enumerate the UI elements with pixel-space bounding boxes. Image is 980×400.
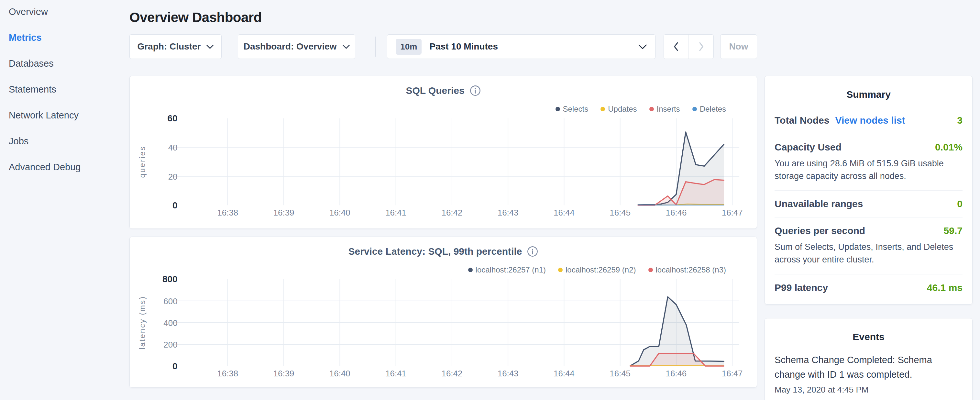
events-title: Events xyxy=(775,331,963,343)
legend-dot xyxy=(558,268,563,272)
legend-label: localhost:26258 (n3) xyxy=(656,265,726,274)
now-button[interactable]: Now xyxy=(720,34,757,59)
summary-value: 0 xyxy=(957,198,963,209)
grid xyxy=(170,118,740,205)
chevron-down-icon xyxy=(638,44,647,49)
summary-rows: Total NodesView nodes list3Capacity Used… xyxy=(775,107,963,301)
legend-item-localhost-26258-n3-: localhost:26258 (n3) xyxy=(648,265,726,274)
time-range-picker[interactable]: 10m Past 10 Minutes xyxy=(387,34,655,59)
summary-value: 0.01% xyxy=(935,142,963,153)
info-icon[interactable] xyxy=(470,85,481,96)
sidebar-nav-list: OverviewMetricsDatabasesStatementsNetwor… xyxy=(9,7,129,172)
legend-dot xyxy=(555,107,560,112)
sidebar: OverviewMetricsDatabasesStatementsNetwor… xyxy=(0,0,129,400)
svg-text:16:38: 16:38 xyxy=(217,369,238,378)
svg-text:16:45: 16:45 xyxy=(609,369,631,378)
svg-text:16:46: 16:46 xyxy=(666,369,687,378)
legend-dot xyxy=(692,107,697,112)
right-sidebar: Summary Total NodesView nodes list3Capac… xyxy=(765,59,972,400)
svg-text:0: 0 xyxy=(172,361,178,371)
x-axis: 16:3816:3916:4016:4116:4216:4316:4416:45… xyxy=(217,208,743,217)
svg-text:60: 60 xyxy=(167,113,177,123)
events-panel: Events Schema Change Completed: Schema c… xyxy=(765,318,972,400)
summary-row-p99-latency: P99 latency46.1 ms xyxy=(775,274,963,301)
chart-title-row: Service Latency: SQL, 99th percentile xyxy=(130,246,757,257)
sidebar-item-statements[interactable]: Statements xyxy=(9,85,129,94)
time-range-label: Past 10 Minutes xyxy=(430,41,498,52)
summary-label: P99 latency xyxy=(775,282,828,293)
svg-text:16:44: 16:44 xyxy=(554,208,574,217)
event-timestamp: May 13, 2020 at 4:45 PM xyxy=(775,385,963,395)
legend-item-localhost-26259-n2-: localhost:26259 (n2) xyxy=(558,265,636,274)
sidebar-item-overview[interactable]: Overview xyxy=(9,7,129,16)
legend-label: localhost:26259 (n2) xyxy=(566,265,636,274)
svg-text:queries: queries xyxy=(138,146,146,178)
sidebar-item-network-latency[interactable]: Network Latency xyxy=(9,111,129,120)
svg-text:40: 40 xyxy=(168,143,178,152)
time-range-badge: 10m xyxy=(396,39,422,55)
svg-text:16:47: 16:47 xyxy=(722,369,743,378)
toolbar: Graph: Cluster Dashboard: Overview 10m P… xyxy=(129,34,757,59)
svg-text:600: 600 xyxy=(163,297,177,306)
service-latency-chart-card: Service Latency: SQL, 99th percentile lo… xyxy=(129,237,757,388)
event-message: Schema Change Completed: Schema change w… xyxy=(775,353,963,382)
sidebar-item-metrics[interactable]: Metrics xyxy=(9,33,129,42)
svg-text:latency (ms): latency (ms) xyxy=(138,296,146,349)
legend-label: Updates xyxy=(608,105,637,113)
svg-text:200: 200 xyxy=(163,340,177,349)
svg-text:16:42: 16:42 xyxy=(442,369,463,378)
view-nodes-list-link[interactable]: View nodes list xyxy=(835,115,905,126)
series-deletes xyxy=(638,205,724,205)
sql-queries-plot: 0204060queries16:3816:3916:4016:4116:421… xyxy=(130,76,757,228)
main-content: Overview Dashboard Graph: Cluster Dashbo… xyxy=(129,0,757,400)
service-latency-plot: 0200400600800latency (ms)16:3816:3916:40… xyxy=(130,237,757,387)
legend-item-selects: Selects xyxy=(555,105,589,113)
page-title: Overview Dashboard xyxy=(129,10,757,25)
legend-item-inserts: Inserts xyxy=(649,105,680,113)
legend-label: Inserts xyxy=(657,105,680,113)
summary-value: 46.1 ms xyxy=(927,282,963,293)
summary-row-capacity-used: Capacity Used0.01%You are using 28.6 MiB… xyxy=(775,134,963,191)
summary-description: You are using 28.6 MiB of 515.9 GiB usab… xyxy=(775,157,963,183)
legend-dot xyxy=(468,268,473,272)
chart-title-text: Service Latency: SQL, 99th percentile xyxy=(348,246,522,257)
legend-item-deletes: Deletes xyxy=(692,105,726,113)
svg-text:16:41: 16:41 xyxy=(385,369,406,378)
svg-text:16:39: 16:39 xyxy=(274,208,294,217)
y-axis: 0200400600800latency (ms) xyxy=(138,274,178,371)
svg-text:16:40: 16:40 xyxy=(329,369,350,378)
legend-label: localhost:26257 (n1) xyxy=(476,265,546,274)
svg-text:16:39: 16:39 xyxy=(274,369,294,378)
summary-label: Queries per second xyxy=(775,225,865,236)
sidebar-item-databases[interactable]: Databases xyxy=(9,59,129,68)
summary-title: Summary xyxy=(775,89,963,100)
summary-row-queries-per-second: Queries per second59.7Sum of Selects, Up… xyxy=(775,217,963,274)
time-next-button[interactable] xyxy=(689,35,713,59)
sidebar-item-jobs[interactable]: Jobs xyxy=(9,137,129,146)
chevron-down-icon xyxy=(343,45,350,49)
svg-text:16:43: 16:43 xyxy=(498,208,519,217)
svg-text:16:38: 16:38 xyxy=(217,208,238,217)
svg-text:16:45: 16:45 xyxy=(609,208,631,217)
x-axis: 16:3816:3916:4016:4116:4216:4316:4416:45… xyxy=(217,369,743,378)
sidebar-item-advanced-debug[interactable]: Advanced Debug xyxy=(9,163,129,172)
svg-text:16:44: 16:44 xyxy=(554,369,574,378)
summary-description: Sum of Selects, Updates, Inserts, and De… xyxy=(775,241,963,266)
svg-text:20: 20 xyxy=(168,172,178,181)
svg-text:16:40: 16:40 xyxy=(329,208,350,217)
chevron-left-icon xyxy=(672,41,680,52)
y-axis: 0204060queries xyxy=(138,113,178,210)
info-icon[interactable] xyxy=(527,246,538,257)
event-list-item[interactable]: Schema Change Completed: Schema change w… xyxy=(775,353,963,395)
svg-text:0: 0 xyxy=(172,200,178,210)
dashboard-dropdown[interactable]: Dashboard: Overview xyxy=(238,34,355,59)
chart-legend: SelectsUpdatesInsertsDeletes xyxy=(555,105,726,113)
graph-dropdown-label: Graph: Cluster xyxy=(137,41,200,52)
dashboard-dropdown-label: Dashboard: Overview xyxy=(243,41,337,52)
page: OverviewMetricsDatabasesStatementsNetwor… xyxy=(0,0,980,400)
chevron-right-icon xyxy=(697,41,705,52)
summary-label: Unavailable ranges xyxy=(775,198,863,209)
legend-label: Selects xyxy=(563,105,589,113)
graph-dropdown[interactable]: Graph: Cluster xyxy=(129,34,222,59)
time-prev-button[interactable] xyxy=(664,35,689,59)
